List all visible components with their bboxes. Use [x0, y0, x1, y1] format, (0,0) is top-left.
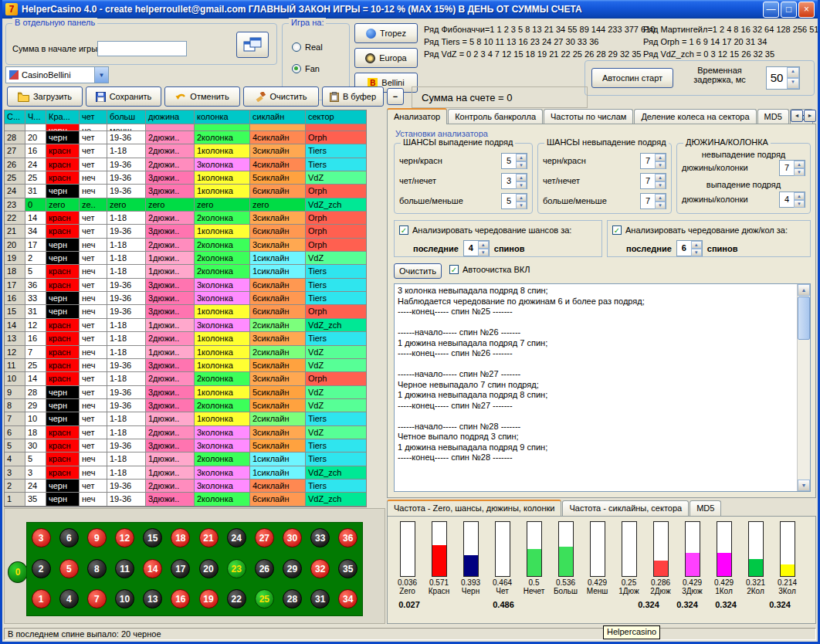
spinner-high-low-miss[interactable]: 7 ▲▼: [640, 193, 666, 209]
board-number[interactable]: 22: [227, 589, 246, 608]
header-sector[interactable]: сектор: [306, 110, 366, 124]
board-number[interactable]: 34: [338, 589, 357, 608]
board-cell[interactable]: 23: [222, 554, 250, 585]
log-scrollbar[interactable]: ▲ ▼: [797, 284, 810, 491]
board-number[interactable]: 10: [115, 589, 134, 608]
spinner-buttons[interactable]: ▲▼: [655, 154, 666, 168]
header-spin[interactable]: С...: [5, 110, 25, 124]
spinner-dozen-miss[interactable]: 7 ▲▼: [779, 160, 805, 176]
spinner-chance-alternation-spins[interactable]: 4 ▲▼: [463, 240, 490, 256]
board-number[interactable]: 26: [255, 559, 274, 578]
spinner-buttons[interactable]: ▲▼: [794, 161, 805, 175]
table-row[interactable]: 192чернчет1-181дюжи..2колонка1сиклайнVdZ: [5, 252, 366, 265]
board-number[interactable]: 21: [199, 528, 219, 547]
scroll-up-icon[interactable]: ▲: [798, 284, 810, 296]
board-number[interactable]: 30: [283, 528, 302, 547]
radio-real-icon[interactable]: [292, 42, 301, 52]
delay-spinner[interactable]: 50 ▲▼: [766, 66, 800, 90]
board-cell[interactable]: 29: [278, 554, 306, 585]
minimize-button[interactable]: —: [763, 2, 779, 18]
spinner-buttons[interactable]: ▲▼: [516, 194, 527, 208]
spinner-high-low-hit[interactable]: 5 ▲▼: [501, 193, 527, 209]
table-row[interactable]: 928чернчет19-363дюжи..1колонка5сиклайнVd…: [5, 386, 366, 399]
board-cell[interactable]: 20: [195, 554, 222, 585]
board-cell[interactable]: 8: [83, 554, 110, 585]
spinner-buttons[interactable]: ▲▼: [516, 154, 527, 168]
tab-scroll-left-icon[interactable]: ◄: [791, 110, 803, 122]
casino-select[interactable]: CasinoBellini ▼: [5, 66, 109, 83]
table-row[interactable]: 2525красннеч19-363дюжи..1колонка5сиклайн…: [5, 171, 366, 185]
board-cell[interactable]: 22: [222, 584, 250, 615]
table-row[interactable]: 33красннеч1-181дюжи..3колонка1сиклайнVdZ…: [5, 466, 366, 480]
checkbox-dozen-alternation[interactable]: [612, 225, 622, 235]
spins-table[interactable]: С... Ч... Кра... чет больш дюжина колонк…: [4, 110, 367, 507]
board-number[interactable]: 1: [32, 589, 51, 608]
clear-log-button[interactable]: Очистить: [394, 263, 442, 279]
table-row[interactable]: 1736краснчет19-363дюжи..3колонка6сиклайн…: [5, 279, 366, 292]
tab-2[interactable]: Частота - сиклайны, сектора: [562, 500, 689, 516]
table-row[interactable]: 2134краснчет19-363дюжи..1колонка6сиклайн…: [5, 225, 366, 238]
board-number[interactable]: 32: [310, 559, 330, 578]
spinner-even-odd-hit[interactable]: 3 ▲▼: [501, 173, 527, 189]
board-number[interactable]: 9: [87, 528, 107, 547]
board-number[interactable]: 16: [171, 589, 190, 608]
spinner-buttons[interactable]: ▲▼: [516, 174, 527, 188]
chance-alternation-checkbox-row[interactable]: Анализировать чередование шансов за:: [399, 225, 571, 235]
board-number[interactable]: 8: [87, 559, 107, 578]
table-row[interactable]: 710чернчет1-181дюжи..1колонка2сиклайнTie…: [5, 412, 366, 425]
board-number[interactable]: 14: [143, 559, 162, 578]
board-cell[interactable]: 13: [139, 584, 167, 615]
board-cell[interactable]: 27: [250, 523, 278, 554]
header-parity[interactable]: чет: [80, 110, 107, 124]
radio-real[interactable]: Real: [292, 42, 323, 52]
board-cell[interactable]: 12: [110, 523, 138, 554]
board-cell[interactable]: 2: [27, 554, 55, 585]
board-number[interactable]: 29: [283, 559, 302, 578]
table-row[interactable]: 530краснчет19-363дюжи..3колонка5сиклайнT…: [5, 439, 366, 452]
table-row[interactable]: 1412краснчет1-181дюжи..3колонка2сиклайнV…: [5, 319, 366, 332]
board-cell[interactable]: 31: [307, 584, 334, 615]
europa-button[interactable]: Europa: [354, 48, 418, 68]
board-cell[interactable]: 5: [55, 554, 83, 585]
spinner-even-odd-miss[interactable]: 7 ▲▼: [640, 173, 666, 189]
board-cell[interactable]: 4: [55, 584, 83, 615]
board-cell[interactable]: 1: [27, 584, 55, 615]
board-cell[interactable]: 18: [167, 523, 195, 554]
board-number[interactable]: 11: [115, 559, 134, 578]
board-cell[interactable]: 14: [139, 554, 167, 585]
board-cell[interactable]: 10: [110, 584, 138, 615]
undo-button[interactable]: Отменить: [164, 86, 240, 107]
board-cell[interactable]: 30: [278, 523, 306, 554]
analysis-log[interactable]: 3 колонка невыпадала подряд 8 спин; Набл…: [394, 283, 811, 492]
tab-4[interactable]: Деление колеса на сектора: [634, 109, 756, 124]
radio-fan-icon[interactable]: [292, 64, 301, 73]
board-number[interactable]: 3: [32, 528, 51, 547]
board-number[interactable]: 25: [255, 589, 274, 608]
board-cell[interactable]: 32: [307, 554, 334, 585]
table-row[interactable]: 2716краснчет1-182дюжи..1колонка3сиклайнT…: [5, 144, 366, 158]
board-number[interactable]: 6: [59, 528, 79, 547]
dozen-alternation-checkbox-row[interactable]: Анализировать чередование дюж/кол за:: [612, 225, 788, 235]
table-row[interactable]: 1125красннеч19-363дюжи..1колонка5сиклайн…: [5, 359, 366, 372]
board-cell[interactable]: 34: [334, 584, 362, 615]
board-number-zero[interactable]: 0: [8, 561, 28, 583]
tab-3[interactable]: MD5: [690, 500, 721, 516]
table-row[interactable]: 1633черннеч19-363дюжи..3колонка6сиклайнT…: [5, 292, 366, 305]
scroll-down-icon[interactable]: ▼: [798, 480, 810, 491]
board-number[interactable]: 5: [59, 559, 79, 578]
table-row[interactable]: 2214краснчет1-182дюжи..2колонка3сиклайнO…: [5, 212, 366, 225]
table-row[interactable]: 829черннеч19-363дюжи..2колонка5сиклайнVd…: [5, 399, 366, 412]
spinner-buttons[interactable]: ▲▼: [655, 174, 666, 188]
collapse-button[interactable]: −: [387, 88, 404, 105]
board-number[interactable]: 31: [310, 589, 330, 608]
board-number[interactable]: 24: [227, 528, 246, 547]
table-row[interactable]: 2624краснчет19-362дюжи..3колонка4сиклайн…: [5, 158, 366, 171]
tab-3[interactable]: Частоты по числам: [544, 109, 633, 124]
spinner-buttons[interactable]: ▲▼: [655, 194, 666, 208]
close-button[interactable]: ×: [798, 2, 815, 18]
checkbox-chance-alternation[interactable]: [399, 225, 408, 235]
board-cell[interactable]: 35: [334, 554, 362, 585]
maximize-button[interactable]: □: [781, 2, 797, 18]
buffer-button[interactable]: В буфер: [322, 86, 384, 107]
radio-fan[interactable]: Fan: [292, 64, 320, 73]
